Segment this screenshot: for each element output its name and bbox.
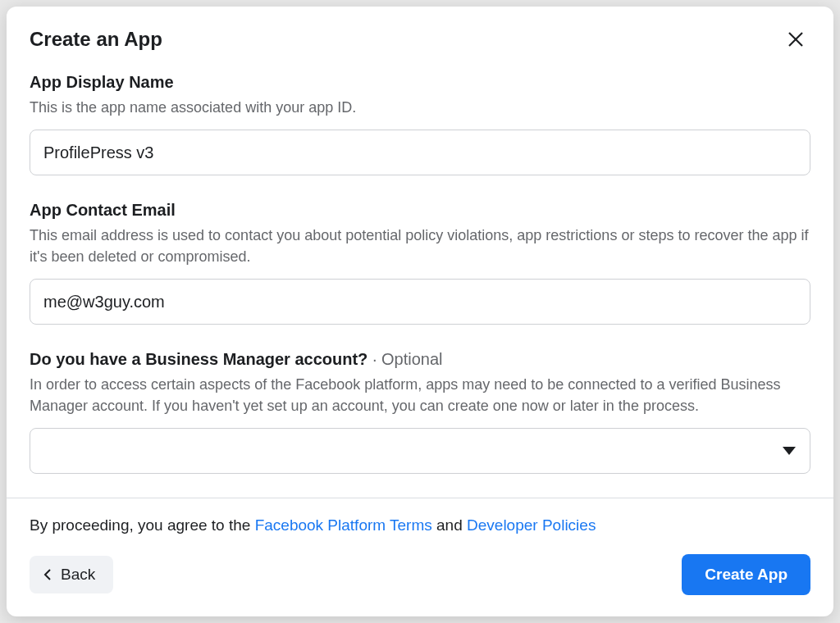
business-manager-label: Do you have a Business Manager account? … bbox=[30, 348, 810, 371]
create-app-button[interactable]: Create App bbox=[682, 554, 810, 595]
contact-email-description: This email address is used to contact yo… bbox=[30, 225, 810, 267]
chevron-left-icon bbox=[41, 568, 54, 581]
app-name-label: App Display Name bbox=[30, 70, 810, 93]
close-button[interactable] bbox=[781, 25, 810, 54]
contact-email-label: App Contact Email bbox=[30, 198, 810, 221]
terms-and: and bbox=[432, 516, 467, 534]
close-icon bbox=[786, 30, 806, 49]
app-name-group: App Display Name This is the app name as… bbox=[30, 70, 810, 175]
business-manager-group: Do you have a Business Manager account? … bbox=[30, 348, 810, 474]
terms-prefix: By proceeding, you agree to the bbox=[30, 516, 255, 534]
button-row: Back Create App bbox=[30, 554, 810, 595]
developer-policies-link[interactable]: Developer Policies bbox=[467, 516, 596, 534]
app-name-description: This is the app name associated with you… bbox=[30, 97, 810, 118]
business-manager-select[interactable] bbox=[30, 428, 810, 474]
back-button[interactable]: Back bbox=[30, 556, 113, 593]
contact-email-input[interactable] bbox=[30, 279, 810, 325]
back-button-label: Back bbox=[61, 566, 95, 584]
create-app-modal: Create an App App Display Name This is t… bbox=[7, 7, 833, 616]
optional-tag: · Optional bbox=[368, 350, 442, 368]
business-manager-select-wrapper bbox=[30, 428, 810, 474]
modal-body: App Display Name This is the app name as… bbox=[7, 61, 833, 498]
platform-terms-link[interactable]: Facebook Platform Terms bbox=[255, 516, 432, 534]
terms-text: By proceeding, you agree to the Facebook… bbox=[30, 516, 810, 534]
business-manager-label-text: Do you have a Business Manager account? bbox=[30, 350, 368, 368]
business-manager-description: In order to access certain aspects of th… bbox=[30, 374, 810, 416]
contact-email-group: App Contact Email This email address is … bbox=[30, 198, 810, 325]
modal-header: Create an App bbox=[7, 7, 833, 61]
modal-footer: By proceeding, you agree to the Facebook… bbox=[7, 498, 833, 616]
app-name-input[interactable] bbox=[30, 130, 810, 175]
modal-title: Create an App bbox=[30, 28, 162, 51]
